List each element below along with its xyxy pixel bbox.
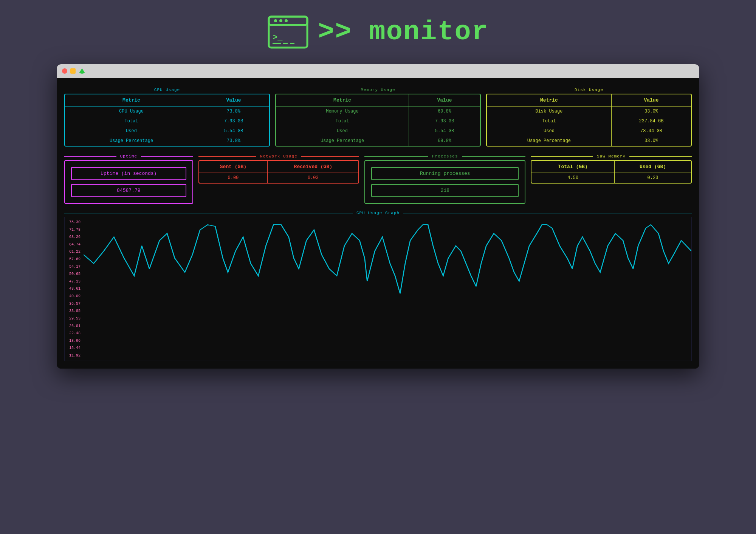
graph-y-axis: 75.3071.7868.2664.7461.2257.6954.1750.65… [65, 217, 84, 361]
cpu-value: 5.54 GB [198, 126, 270, 136]
processes-label: Running processes [371, 167, 519, 180]
disk-col2: Value [611, 94, 691, 106]
y-axis-label: 64.74 [66, 242, 81, 247]
y-axis-label: 71.78 [66, 228, 81, 232]
disk-value: 237.84 GB [611, 116, 691, 126]
mem-col1: Metric [276, 94, 409, 106]
net-received: 0.03 [268, 173, 359, 183]
mem-metric: Memory Usage [276, 106, 409, 117]
y-axis-label: 50.65 [66, 272, 81, 276]
cpu-metric: Total [65, 116, 198, 126]
cpu-metric: CPU Usage [65, 106, 198, 117]
network-table: Sent (GB) Received (GB) 0.00 0.03 [199, 161, 359, 183]
disk-panel: Disk Usage Metric Value Disk Usage33.0%T… [486, 85, 692, 147]
cpu-panel: CPU Usage Metric Value CPU Usage73.8%Tot… [64, 85, 270, 147]
disk-value: 33.0% [611, 106, 691, 117]
table-row: Used5.54 GB [65, 126, 269, 136]
processes-panel: Processes Running processes 218 [364, 152, 525, 204]
uptime-value: 84587.79 [71, 184, 186, 197]
mem-value: 5.54 GB [409, 126, 480, 136]
network-panel-label: Network Usage [259, 154, 299, 159]
disk-table: Metric Value Disk Usage33.0%Total237.84 … [487, 94, 691, 146]
cpu-col2: Value [198, 94, 270, 106]
mem-value: 69.8% [409, 136, 480, 146]
mem-value: 69.8% [409, 106, 480, 117]
table-row: Used78.44 GB [487, 126, 691, 136]
y-axis-label: 22.48 [66, 331, 81, 335]
close-button[interactable] [62, 68, 67, 74]
app-header: >_ >> monitor [267, 15, 489, 49]
app-title: >> monitor [318, 17, 489, 48]
mem-metric: Usage Percentage [276, 136, 409, 146]
cpu-value: 73.8% [198, 136, 270, 146]
cpu-metric: Usage Percentage [65, 136, 198, 146]
table-row: CPU Usage73.8% [65, 106, 269, 117]
swap-col1: Total (GB) [531, 161, 614, 173]
graph-area [84, 217, 691, 361]
table-row: Usage Percentage73.8% [65, 136, 269, 146]
table-row: 4.50 0.23 [531, 173, 691, 183]
svg-text:>_: >_ [273, 33, 283, 42]
y-axis-label: 61.22 [66, 250, 81, 254]
disk-metric: Usage Percentage [487, 136, 611, 146]
graph-container: 75.3071.7868.2664.7461.2257.6954.1750.65… [64, 217, 692, 361]
swap-col2: Used (GB) [614, 161, 691, 173]
uptime-panel: Uptime Uptime (in seconds) 84587.79 [64, 152, 193, 204]
disk-col1: Metric [487, 94, 611, 106]
window-titlebar [57, 64, 699, 78]
minimize-button[interactable] [70, 68, 76, 74]
disk-panel-label: Disk Usage [573, 88, 605, 92]
cpu-value: 7.93 GB [198, 116, 270, 126]
mem-metric: Total [276, 116, 409, 126]
cpu-panel-label: CPU Usage [153, 88, 181, 92]
mem-value: 7.93 GB [409, 116, 480, 126]
y-axis-label: 40.09 [66, 294, 81, 298]
table-row: Total237.84 GB [487, 116, 691, 126]
memory-table: Metric Value Memory Usage69.8%Total7.93 … [276, 94, 480, 146]
graph-section: CPU Usage Graph 75.3071.7868.2664.7461.2… [64, 209, 692, 361]
y-axis-label: 18.96 [66, 339, 81, 343]
y-axis-label: 36.57 [66, 302, 81, 306]
window-content: CPU Usage Metric Value CPU Usage73.8%Tot… [57, 78, 699, 369]
graph-label: CPU Usage Graph [355, 211, 401, 215]
panels-row-2: Uptime Uptime (in seconds) 84587.79 Netw… [64, 152, 692, 204]
memory-panel-label: Memory Usage [359, 88, 397, 92]
swap-table: Total (GB) Used (GB) 4.50 0.23 [531, 161, 691, 183]
y-axis-label: 15.44 [66, 346, 81, 350]
net-col1: Sent (GB) [199, 161, 268, 173]
table-row: Usage Percentage33.0% [487, 136, 691, 146]
y-axis-label: 29.53 [66, 316, 81, 321]
mem-metric: Used [276, 126, 409, 136]
net-col2: Received (GB) [268, 161, 359, 173]
mem-col2: Value [409, 94, 480, 106]
table-row: Total7.93 GB [276, 116, 480, 126]
svg-point-2 [274, 19, 277, 22]
panels-row-1: CPU Usage Metric Value CPU Usage73.8%Tot… [64, 85, 692, 147]
table-row: Usage Percentage69.8% [276, 136, 480, 146]
disk-value: 33.0% [611, 136, 691, 146]
y-axis-label: 57.69 [66, 257, 81, 261]
uptime-label: Uptime (in seconds) [71, 167, 186, 180]
maximize-button[interactable] [79, 68, 85, 74]
cpu-graph-line [84, 225, 691, 293]
terminal-icon: >_ [267, 15, 309, 49]
y-axis-label: 68.26 [66, 235, 81, 239]
y-axis-label: 26.01 [66, 324, 81, 328]
table-row: Total7.93 GB [65, 116, 269, 126]
svg-point-3 [279, 19, 282, 22]
processes-panel-label: Processes [431, 154, 459, 159]
disk-metric: Disk Usage [487, 106, 611, 117]
disk-value: 78.44 GB [611, 126, 691, 136]
swap-total: 4.50 [531, 173, 614, 183]
processes-value: 218 [371, 184, 519, 197]
y-axis-label: 11.92 [66, 353, 81, 358]
y-axis-label: 47.13 [66, 279, 81, 284]
table-row: Disk Usage33.0% [487, 106, 691, 117]
network-panel: Network Usage Sent (GB) Received (GB) [198, 152, 359, 204]
cpu-table: Metric Value CPU Usage73.8%Total7.93 GBU… [65, 94, 269, 146]
disk-metric: Used [487, 126, 611, 136]
swap-used: 0.23 [614, 173, 691, 183]
cpu-value: 73.8% [198, 106, 270, 117]
svg-point-4 [285, 19, 288, 22]
y-axis-label: 43.61 [66, 287, 81, 291]
